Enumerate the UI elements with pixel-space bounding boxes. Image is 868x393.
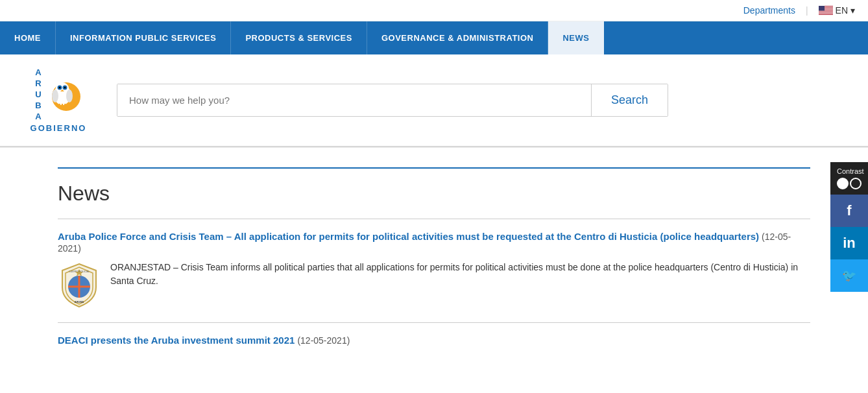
logo-area: A R U B A <box>19 67 97 133</box>
news-divider-1 <box>58 219 810 219</box>
circle-dark-icon <box>850 178 862 189</box>
content-top-line <box>58 167 810 169</box>
news-item-1-header: Aruba Police Force and Crisis Team – All… <box>58 231 810 254</box>
nav-item-home[interactable]: HOME <box>0 21 56 54</box>
logo-gobierno-label: GOBIERNO <box>30 123 87 133</box>
main-content: News Aruba Police Force and Crisis Team … <box>38 148 830 379</box>
logo-letter-u: U <box>35 89 41 101</box>
lang-chevron-icon: ▾ <box>850 5 855 16</box>
facebook-button[interactable]: f <box>830 195 868 227</box>
flag-icon <box>819 6 833 15</box>
news-item-1-text: ORANJESTAD – Crisis Team informs all pol… <box>110 261 810 288</box>
police-badge-icon: ARUBA CUERPO POLICIAL <box>58 261 100 309</box>
logo-letter-a: A <box>35 67 41 78</box>
nav-item-news[interactable]: NEWS <box>548 21 604 54</box>
circle-white-icon <box>837 178 849 189</box>
police-badge-svg: ARUBA CUERPO POLICIAL <box>60 263 99 308</box>
logo-letter-a2: A <box>35 112 41 123</box>
top-bar-divider: | <box>806 5 808 16</box>
side-buttons: Contrast f in 🐦 <box>830 162 868 292</box>
linkedin-button[interactable]: in <box>830 227 868 259</box>
news-page-title: News <box>58 182 810 206</box>
main-nav: HOME INFORMATION PUBLIC SERVICES PRODUCT… <box>0 21 868 54</box>
search-button[interactable]: Search <box>591 84 668 116</box>
svg-point-17 <box>66 89 73 102</box>
svg-text:ARUBA: ARUBA <box>74 300 84 304</box>
departments-link[interactable]: Departments <box>743 5 795 16</box>
header: A R U B A <box>0 54 868 146</box>
contrast-circles <box>837 178 862 189</box>
svg-rect-5 <box>819 12 833 13</box>
list-item: DEACI presents the Aruba investment summ… <box>58 335 810 346</box>
news-item-2-header: DEACI presents the Aruba investment summ… <box>58 335 810 346</box>
news-item-2-title[interactable]: DEACI presents the Aruba investment summ… <box>58 335 295 346</box>
top-bar: Departments | EN ▾ <box>0 0 868 21</box>
contrast-label: Contrast <box>837 167 862 175</box>
nav-item-products[interactable]: PRODUCTS & SERVICES <box>231 21 367 54</box>
svg-rect-6 <box>819 14 833 14</box>
svg-point-16 <box>52 89 58 102</box>
svg-rect-4 <box>819 10 833 11</box>
logo-sun-owl-icon <box>44 74 82 116</box>
svg-point-14 <box>64 86 66 88</box>
logo-text-vertical: A R U B A <box>35 67 41 122</box>
logo-letter-r: R <box>35 78 41 89</box>
logo-graphic: A R U B A <box>35 67 81 122</box>
news-divider-2 <box>58 322 810 323</box>
facebook-icon: f <box>847 202 851 219</box>
search-bar: Search <box>117 84 668 117</box>
twitter-icon: 🐦 <box>842 268 856 283</box>
linkedin-icon: in <box>843 235 856 252</box>
lang-label: EN <box>836 5 848 16</box>
language-selector[interactable]: EN ▾ <box>819 5 855 16</box>
news-item-1-title[interactable]: Aruba Police Force and Crisis Team – All… <box>58 231 759 242</box>
nav-item-information[interactable]: INFORMATION PUBLIC SERVICES <box>56 21 231 54</box>
contrast-icon <box>837 178 862 189</box>
list-item: Aruba Police Force and Crisis Team – All… <box>58 231 810 309</box>
nav-item-governance[interactable]: GOVERNANCE & ADMINISTRATION <box>367 21 549 54</box>
news-item-1-body: ARUBA CUERPO POLICIAL ORANJESTAD – Crisi… <box>58 261 810 309</box>
contrast-button[interactable]: Contrast <box>830 162 868 195</box>
svg-point-13 <box>58 86 60 88</box>
logo-letter-b: B <box>35 101 41 112</box>
svg-text:CUERPO POLICIAL: CUERPO POLICIAL <box>69 270 90 273</box>
search-input[interactable] <box>117 84 591 116</box>
svg-rect-7 <box>819 6 825 11</box>
twitter-button[interactable]: 🐦 <box>830 259 868 292</box>
news-item-2-date: (12-05-2021) <box>297 335 350 346</box>
